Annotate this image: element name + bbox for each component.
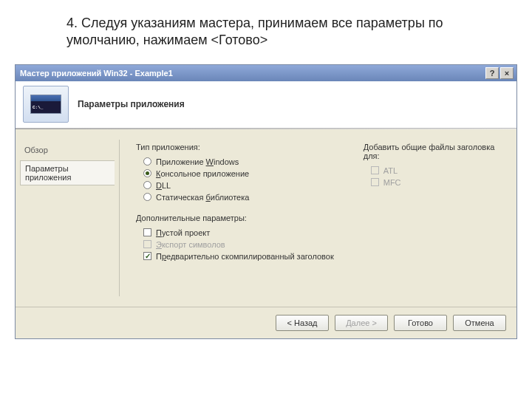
slide-caption: 4. Следуя указаниям мастера, принимаем в… <box>0 0 532 57</box>
radio-label: DLL <box>156 181 171 190</box>
footer: < Назад Далее > Готово Отмена <box>16 307 516 338</box>
radio-windows-app[interactable]: Приложение Windows <box>136 156 334 168</box>
wizard-window: Мастер приложений Win32 - Example1 ? × C… <box>15 64 517 339</box>
content: Тип приложения: Приложение Windows Консо… <box>120 129 516 307</box>
radio-label: Статическая библиотека <box>156 193 249 202</box>
checkbox-icon <box>371 166 379 174</box>
radio-icon <box>143 169 151 177</box>
radio-icon <box>143 157 151 166</box>
apptype-label: Тип приложения: <box>136 143 334 151</box>
sidebar: Обзор Параметры приложения <box>16 129 119 307</box>
help-button[interactable]: ? <box>485 67 499 79</box>
finish-button[interactable]: Готово <box>394 315 447 331</box>
checkbox-icon <box>143 228 151 236</box>
radio-icon <box>143 181 151 189</box>
check-label: MFC <box>383 178 401 187</box>
check-precompiled-header[interactable]: ✓ Предварительно скомпилированный заголо… <box>136 250 334 262</box>
sidebar-overview[interactable]: Обзор <box>20 143 115 157</box>
check-label: Экспорт символов <box>156 240 225 249</box>
back-button[interactable]: < Назад <box>276 315 329 331</box>
radio-dll[interactable]: DLL <box>136 180 334 191</box>
checkbox-icon: ✓ <box>143 252 151 260</box>
radio-static-lib[interactable]: Статическая библиотека <box>136 191 334 203</box>
check-label: ATL <box>383 166 398 175</box>
cancel-button[interactable]: Отмена <box>453 315 506 331</box>
radio-console-app[interactable]: Консольное приложение <box>136 168 334 180</box>
close-button[interactable]: × <box>500 67 514 79</box>
banner-title: Параметры приложения <box>78 99 185 109</box>
check-atl: ATL <box>364 165 503 177</box>
banner-icon: C:\_ <box>23 86 69 123</box>
check-empty-project[interactable]: Пустой проект <box>136 227 334 239</box>
radio-icon <box>143 193 151 201</box>
check-export-symbols: Экспорт символов <box>136 239 334 250</box>
window-title: Мастер приложений Win32 - Example1 <box>20 69 173 78</box>
check-mfc: MFC <box>364 177 503 188</box>
help-icon: ? <box>490 69 495 78</box>
checkbox-icon <box>371 178 379 186</box>
radio-label: Консольное приложение <box>156 169 249 178</box>
banner: C:\_ Параметры приложения <box>16 81 516 129</box>
check-label: Пустой проект <box>156 228 210 237</box>
check-label: Предварительно скомпилированный заголово… <box>156 252 334 261</box>
checkbox-icon <box>143 240 151 248</box>
next-button: Далее > <box>335 315 388 331</box>
extra-label: Дополнительные параметры: <box>136 214 334 222</box>
titlebar: Мастер приложений Win32 - Example1 ? × <box>16 65 516 81</box>
radio-label: Приложение Windows <box>156 157 239 166</box>
wizard-body: Обзор Параметры приложения Тип приложени… <box>16 129 516 307</box>
console-icon: C:\_ <box>31 101 61 113</box>
headers-label: Добавить общие файлы заголовка для: <box>364 143 503 160</box>
sidebar-app-params[interactable]: Параметры приложения <box>20 160 115 185</box>
close-icon: × <box>505 69 509 78</box>
